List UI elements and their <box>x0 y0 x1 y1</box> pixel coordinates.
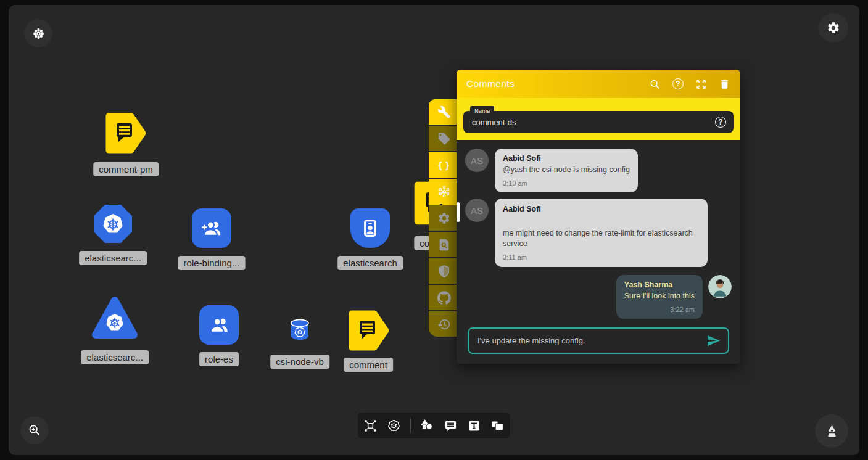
comment-shape-icon <box>104 112 147 155</box>
message: AS Aabid Sofi @yash the csi-node is miss… <box>457 149 740 192</box>
message: AS Aabid Sofi me might need to change th… <box>457 199 740 267</box>
search-icon[interactable] <box>649 78 661 90</box>
id-badge-icon <box>358 216 382 240</box>
node-label: role-binding... <box>178 256 246 270</box>
comments-panel-header[interactable]: Comments ? <box>457 70 740 98</box>
node-action-toolbar: { } <box>429 99 460 338</box>
message-author: Aabid Sofi <box>503 154 630 163</box>
shape-dock <box>358 413 510 438</box>
tool-settings[interactable] <box>429 205 460 231</box>
shapes-icon <box>420 419 434 433</box>
network-icon <box>363 419 378 433</box>
node-comment[interactable] <box>347 309 391 352</box>
node-csi-node-vb[interactable] <box>289 318 311 342</box>
dock-comment-button[interactable] <box>444 419 458 433</box>
comments-panel: Comments ? Name comment-ds ? <box>457 70 740 364</box>
dock-layers-button[interactable] <box>490 419 505 433</box>
name-field-area: Name comment-ds ? <box>457 98 740 140</box>
composer-input[interactable]: I've update the missing config. <box>477 336 706 345</box>
name-input[interactable]: Name comment-ds ? <box>463 111 734 133</box>
pen-tool-button[interactable] <box>815 414 848 448</box>
tag-icon <box>437 132 451 146</box>
tool-mesh[interactable] <box>429 179 460 204</box>
tool-inspect[interactable] <box>429 232 460 257</box>
help-icon[interactable]: ? <box>672 78 684 89</box>
name-field-value: comment-ds <box>472 118 715 127</box>
message-bubble: Aabid Sofi me might need to change the r… <box>495 199 708 267</box>
tool-github[interactable] <box>429 285 460 310</box>
node-label: elasticsearc... <box>81 350 149 364</box>
delete-icon[interactable] <box>719 78 730 90</box>
gear-icon <box>437 212 451 225</box>
message-time: 3:10 am <box>503 179 630 187</box>
expand-icon[interactable] <box>695 78 707 90</box>
users-icon <box>207 313 231 337</box>
tool-labels[interactable] <box>429 126 460 151</box>
node-label: comment-pm <box>93 162 159 176</box>
node-label-text: elasticsearc... <box>85 253 141 263</box>
kanvas-flower-icon <box>32 27 45 40</box>
user-plus-icon <box>199 216 224 240</box>
send-icon <box>706 334 721 348</box>
tool-history[interactable] <box>429 311 460 337</box>
comment-composer[interactable]: I've update the missing config. <box>468 327 729 354</box>
panel-header-icons: ? <box>649 78 730 90</box>
node-label-text: role-binding... <box>184 258 240 268</box>
message-time: 3:22 am <box>624 306 695 313</box>
tool-json[interactable]: { } <box>429 152 460 178</box>
text-icon <box>467 419 481 433</box>
cylinder-kubernetes-icon <box>289 318 311 342</box>
node-label-text: elasticsearc... <box>86 352 143 363</box>
avatar: AS <box>465 199 489 222</box>
panel-title: Comments <box>466 78 649 89</box>
comment-icon <box>444 419 458 433</box>
tool-security[interactable] <box>429 258 460 284</box>
pen-tool-icon <box>824 424 840 439</box>
node-role-binding[interactable] <box>192 208 231 248</box>
message-bubble: Yash Sharma Sure I'll look into this 3:2… <box>616 275 703 319</box>
node-comment-pm[interactable] <box>104 112 147 155</box>
avatar-photo <box>708 275 732 298</box>
tool-configure[interactable] <box>429 99 460 125</box>
node-role-es[interactable] <box>199 305 239 345</box>
send-button[interactable] <box>706 334 721 348</box>
dock-shapes-button[interactable] <box>420 419 434 433</box>
name-field-label: Name <box>470 106 494 115</box>
wrench-icon <box>437 105 451 119</box>
braces-icon: { } <box>439 160 450 170</box>
zoom-in-icon <box>28 424 41 437</box>
triangle-kubernetes-icon <box>91 295 139 343</box>
settings-button[interactable] <box>819 13 848 43</box>
kubernetes-icon <box>387 419 401 433</box>
node-elasticsearch-triangle[interactable] <box>91 295 139 343</box>
node-label-text: comment <box>349 359 387 370</box>
message-text: me might need to change the rate-limit f… <box>503 228 700 249</box>
dock-kubernetes-button[interactable] <box>387 419 401 433</box>
message-text: @yash the csi-node is missing config <box>503 165 630 175</box>
panel-scrollbar[interactable] <box>457 202 460 222</box>
node-elasticsearch-octagon[interactable] <box>93 204 133 244</box>
github-icon <box>437 291 451 305</box>
doc-search-icon <box>437 238 451 252</box>
history-icon <box>437 318 451 331</box>
message-author: Yash Sharma <box>624 281 695 289</box>
octagon-kubernetes-icon <box>93 204 133 244</box>
node-label-text: csi-node-vb <box>276 356 324 367</box>
message-author: Aabid Sofi <box>503 205 700 213</box>
kanvas-logo-button[interactable] <box>24 19 52 47</box>
message: Yash Sharma Sure I'll look into this 3:2… <box>457 275 740 319</box>
messages-list: AS Aabid Sofi @yash the csi-node is miss… <box>457 140 740 327</box>
portrait-photo <box>708 275 732 298</box>
message-bubble: Aabid Sofi @yash the csi-node is missing… <box>495 149 638 192</box>
dock-text-button[interactable] <box>467 419 481 433</box>
node-elasticsearch-serviceaccount[interactable] <box>350 208 390 248</box>
node-label-text: elasticsearch <box>343 258 397 268</box>
design-canvas[interactable]: comment-pm elasticsearc... role-binding.… <box>9 5 859 455</box>
name-help-icon[interactable]: ? <box>715 117 726 128</box>
zoom-button[interactable] <box>20 416 49 445</box>
dock-network-button[interactable] <box>363 419 378 433</box>
gear-icon <box>827 21 840 35</box>
message-text: Sure I'll look into this <box>624 291 695 302</box>
shield-icon <box>437 265 451 278</box>
message-time: 3:11 am <box>503 253 700 261</box>
